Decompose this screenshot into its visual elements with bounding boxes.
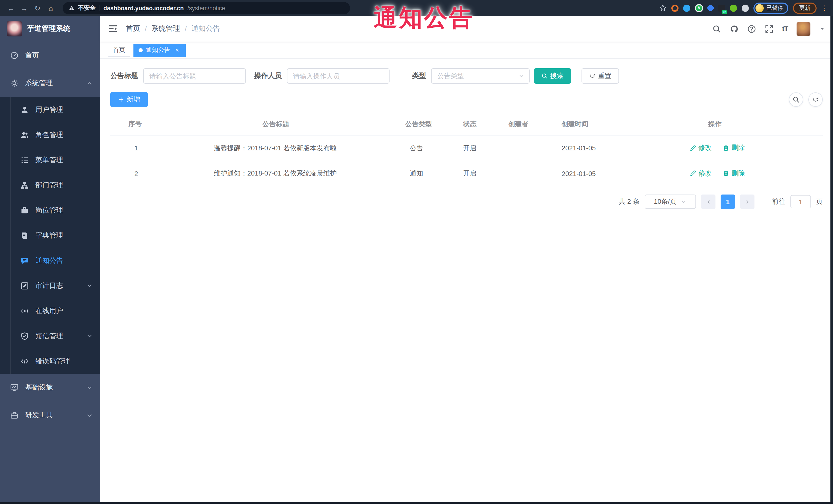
browser-menu-icon[interactable]: ⋮ [821,4,828,12]
tags-view-bar: 首页 通知公告 × [100,42,833,59]
modify-label: 修改 [698,143,712,153]
breadcrumb-system[interactable]: 系统管理 [151,24,180,33]
chevron-down-icon [86,282,93,289]
sidebar-item-label: 审计日志 [35,281,63,290]
tag-notice[interactable]: 通知公告 × [134,43,186,57]
extension-icon-gem[interactable] [707,4,714,12]
hamburger-icon[interactable] [108,24,118,34]
sidebar-item-dev-tools[interactable]: 研发工具 [0,401,100,429]
github-icon[interactable] [730,24,739,33]
edit-icon [690,170,696,177]
breadcrumb: 首页 / 系统管理 / 通知公告 [126,24,220,33]
breadcrumb-notice: 通知公告 [191,24,220,33]
current-page-button[interactable]: 1 [721,194,735,209]
navbar-right: tT [712,22,825,36]
sidebar-item-notice[interactable]: 通知公告 [0,248,100,273]
sidebar-item-posts[interactable]: 岗位管理 [0,198,100,223]
goto-page-input[interactable] [790,195,811,208]
help-icon[interactable] [747,24,756,33]
browser-update-button[interactable]: 更新 [793,2,816,14]
breadcrumb-home[interactable]: 首页 [126,24,140,33]
delete-link[interactable]: 删除 [723,143,745,153]
prev-page-button[interactable] [701,194,715,209]
gauge-icon [10,51,19,59]
close-icon[interactable]: × [173,46,181,54]
page-size-select[interactable]: 10条/页 [645,194,696,209]
browser-reload-button[interactable]: ↻ [32,2,43,14]
browser-profile-chip[interactable]: 已暂停 [754,2,788,14]
user-icon [21,105,29,114]
refresh-table-button[interactable] [808,92,823,107]
url-path: /system/notice [187,5,225,11]
modify-link[interactable]: 修改 [690,143,712,153]
sidebar-item-label: 在线用户 [35,306,63,315]
pagination: 共 2 条 10条/页 1 前往 页 [110,194,823,209]
extension-icon-switch[interactable]: on [718,4,725,11]
trash-icon [723,145,730,151]
extension-icon-vue-devtools[interactable]: V [695,4,703,12]
extension-icon-bulb[interactable] [683,4,690,11]
add-button[interactable]: 新增 [110,92,148,107]
sidebar-item-label: 用户管理 [35,105,63,114]
title-filter-input[interactable] [143,68,246,83]
fullscreen-icon[interactable] [765,24,774,33]
extension-icon-orange[interactable] [671,4,679,11]
search-icon[interactable] [712,24,721,33]
sidebar-item-dict[interactable]: 字典管理 [0,223,100,248]
sidebar-item-label: 角色管理 [35,130,63,139]
sidebar-item-infrastructure[interactable]: 基础设施 [0,374,100,401]
select-placeholder: 公告类型 [437,71,464,80]
trash-icon [723,170,730,177]
reset-button[interactable]: 重置 [581,68,619,83]
sidebar-logo[interactable]: 芋道管理系统 [0,16,100,42]
table-toolbar: 新增 [110,92,823,107]
user-avatar[interactable] [796,22,810,36]
extensions-puzzle-icon[interactable] [742,4,749,11]
next-page-button[interactable] [740,194,755,209]
sidebar-item-system[interactable]: 系统管理 [0,69,100,97]
goto-unit-label: 页 [816,197,823,206]
sidebar-item-departments[interactable]: 部门管理 [0,172,100,198]
sidebar-item-users[interactable]: 用户管理 [0,97,100,122]
sidebar-item-home[interactable]: 首页 [0,42,100,69]
search-button[interactable]: 搜索 [534,68,571,83]
table-tools [789,92,823,107]
delete-link[interactable]: 删除 [723,169,745,178]
logo-image [7,21,22,37]
page-watermark-title: 通知公告 [374,2,474,34]
caret-down-icon[interactable] [819,26,825,32]
sidebar-item-label: 研发工具 [25,411,53,420]
sidebar-item-roles[interactable]: 角色管理 [0,122,100,147]
font-size-icon[interactable]: tT [782,25,788,33]
sidebar-item-audit-log[interactable]: 审计日志 [0,273,100,298]
modify-link[interactable]: 修改 [690,169,712,178]
browser-home-button[interactable]: ⌂ [45,2,56,14]
chevron-down-icon [86,412,93,418]
title-filter-label: 公告标题 [110,71,138,80]
tag-home[interactable]: 首页 [108,43,130,57]
address-bar[interactable]: 不安全 dashboard.yudao.iocoder.cn /system/n… [63,2,350,14]
cell-actions: 修改 删除 [612,139,823,157]
sidebar-item-sms[interactable]: 短信管理 [0,323,100,349]
browser-forward-button[interactable]: → [19,2,30,14]
bookmark-star-icon[interactable] [659,4,667,12]
chevron-up-icon [86,80,93,87]
window-scrollbar[interactable] [830,16,833,504]
toggle-search-button[interactable] [789,92,803,107]
sidebar-submenu-system: 用户管理 角色管理 菜单管理 部门管理 岗位管理 [0,97,100,374]
type-filter-select[interactable]: 公告类型 [431,68,530,83]
column-header-title: 公告标题 [160,114,391,135]
table-row: 2 维护通知：2018-07-01 若依系统凌晨维护 通知 开启 2021-01… [110,161,823,186]
cell-status: 开启 [444,165,495,182]
operator-filter-input[interactable] [287,68,389,83]
sidebar-item-error-codes[interactable]: 错误码管理 [0,349,100,374]
sidebar-item-menus[interactable]: 菜单管理 [0,147,100,172]
browser-back-button[interactable]: ← [5,2,17,14]
app-title: 芋道管理系统 [27,24,70,33]
delete-label: 删除 [732,143,745,153]
code-icon [21,357,29,365]
message-icon [21,256,29,265]
sidebar-item-online-users[interactable]: 在线用户 [0,298,100,323]
tree-icon [21,181,29,189]
extension-icon-leaf[interactable] [730,4,737,11]
